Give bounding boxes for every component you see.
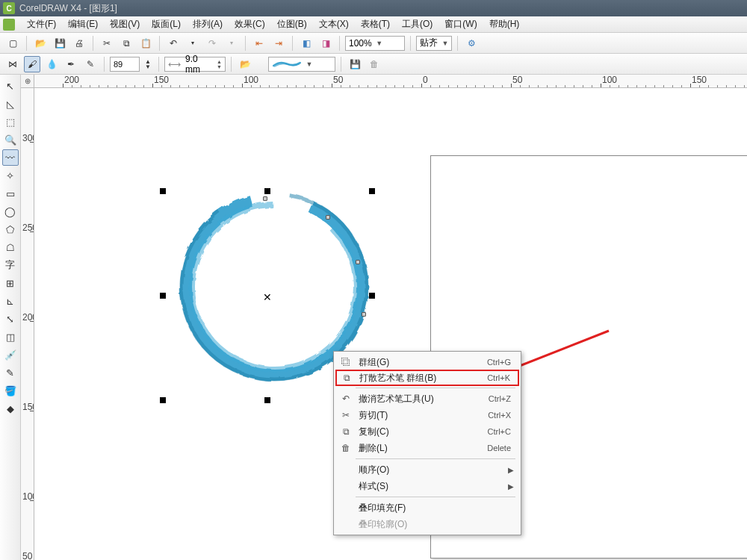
selection-handle[interactable] xyxy=(160,188,166,194)
selection-handle[interactable] xyxy=(369,188,375,194)
title-bar: C CorelDRAW X4 - [图形1] xyxy=(0,0,747,16)
break-icon: ⧉ xyxy=(340,373,353,383)
ctx-style[interactable]: 样式(S) ▶ xyxy=(336,478,518,494)
menu-view[interactable]: 视图(V) xyxy=(104,18,146,31)
spray-icon[interactable]: 💧 xyxy=(43,56,60,72)
shapes-tool-icon[interactable]: ☖ xyxy=(2,239,19,255)
polygon-tool-icon[interactable]: ⬠ xyxy=(2,221,19,237)
selection-handle[interactable] xyxy=(369,293,375,299)
pressure-icon[interactable]: ✎ xyxy=(82,56,99,72)
selection-handle[interactable] xyxy=(264,188,270,194)
menu-effects[interactable]: 效果(C) xyxy=(229,18,271,31)
crop-tool-icon[interactable]: ⬚ xyxy=(2,113,19,130)
pick-tool-icon[interactable]: ↖ xyxy=(2,78,19,94)
outline-tool-icon[interactable]: ✎ xyxy=(2,364,19,381)
connector-tool-icon[interactable]: ⤡ xyxy=(2,311,19,327)
chevron-down-icon: ▼ xyxy=(375,40,384,47)
effects-tool-icon[interactable]: ◫ xyxy=(2,329,19,345)
window-title: CorelDRAW X4 - [图形1] xyxy=(19,2,117,15)
stroke-preview xyxy=(272,57,302,71)
rectangle-tool-icon[interactable]: ▭ xyxy=(2,185,19,202)
new-icon[interactable]: ▢ xyxy=(4,35,21,52)
submenu-arrow-icon: ▶ xyxy=(508,466,514,474)
menu-text[interactable]: 文本(X) xyxy=(313,18,355,31)
browse-icon[interactable]: 📂 xyxy=(237,56,253,72)
undo-icon[interactable]: ↶ xyxy=(165,35,182,52)
ctx-overprint-outline: 叠印轮廓(O) xyxy=(336,516,518,532)
menu-layout[interactable]: 版面(L) xyxy=(146,18,187,31)
interactive-fill-icon[interactable]: ◆ xyxy=(2,400,19,417)
cut-icon: ✂ xyxy=(339,410,353,420)
ctx-delete[interactable]: 🗑 删除(L) Delete xyxy=(336,440,518,456)
shape-tool-icon[interactable]: ◺ xyxy=(2,96,19,112)
ctx-order[interactable]: 顺序(O) ▶ xyxy=(336,461,518,478)
menu-tools[interactable]: 工具(O) xyxy=(396,18,438,31)
save-icon[interactable]: 💾 xyxy=(52,35,68,52)
vertical-ruler[interactable]: 30025020015010050 xyxy=(21,88,34,560)
ctx-group[interactable]: ⿻ 群组(G) Ctrl+G xyxy=(336,354,518,370)
menu-help[interactable]: 帮助(H) xyxy=(483,18,526,31)
node-marker[interactable] xyxy=(326,215,330,220)
menu-file[interactable]: 文件(F) xyxy=(21,18,62,31)
group-icon: ⿻ xyxy=(339,357,353,367)
ellipse-tool-icon[interactable]: ◯ xyxy=(2,203,19,220)
delete-stroke-icon[interactable]: 🗑 xyxy=(366,56,382,72)
redo-icon[interactable]: ↷ xyxy=(204,35,220,52)
options-icon[interactable]: ⚙ xyxy=(463,35,480,52)
copy-icon: ⧉ xyxy=(339,426,353,437)
freehand-tool-icon[interactable]: 〰 xyxy=(2,149,19,166)
horizontal-ruler[interactable]: 20015010050050100150200 xyxy=(34,75,747,88)
dimension-tool-icon[interactable]: ⊾ xyxy=(2,293,19,309)
save-stroke-icon[interactable]: 💾 xyxy=(347,56,363,72)
fill-tool-icon[interactable]: 🪣 xyxy=(2,382,19,399)
paste-icon[interactable]: 📋 xyxy=(137,35,154,52)
menu-window[interactable]: 窗口(W) xyxy=(438,18,483,31)
submenu-arrow-icon: ▶ xyxy=(508,482,514,491)
ctx-copy[interactable]: ⧉ 复制(C) Ctrl+C xyxy=(336,423,518,440)
preset-icon[interactable]: ⋈ xyxy=(4,56,21,72)
print-icon[interactable]: 🖨 xyxy=(71,35,87,52)
cut-icon[interactable]: ✂ xyxy=(99,35,115,52)
ctx-undo[interactable]: ↶ 撤消艺术笔工具(U) Ctrl+Z xyxy=(336,391,518,407)
zoom-tool-icon[interactable]: 🔍 xyxy=(2,131,19,148)
copy-icon[interactable]: ⧉ xyxy=(118,35,134,52)
undo-dd-icon[interactable]: ▾ xyxy=(185,35,201,52)
menu-separator xyxy=(356,458,515,459)
export-icon[interactable]: ⇥ xyxy=(270,35,287,52)
stroke-combo[interactable]: ▼ xyxy=(268,57,335,72)
ctx-overprint-fill[interactable]: 叠印填充(F) xyxy=(336,500,518,516)
smoothing-input[interactable] xyxy=(110,57,140,72)
node-marker[interactable] xyxy=(263,196,267,201)
menu-arrange[interactable]: 排列(A) xyxy=(187,18,229,31)
selection-handle[interactable] xyxy=(160,397,166,403)
menu-table[interactable]: 表格(T) xyxy=(355,18,396,31)
menu-bitmap[interactable]: 位图(B) xyxy=(271,18,313,31)
selection-handle[interactable] xyxy=(264,397,270,403)
node-marker[interactable] xyxy=(362,312,366,317)
snap-combo[interactable]: 贴齐 ▼ xyxy=(416,36,452,51)
ctx-cut[interactable]: ✂ 剪切(T) Ctrl+X xyxy=(336,407,518,423)
text-tool-icon[interactable]: 字 xyxy=(2,257,19,273)
menu-edit[interactable]: 编辑(E) xyxy=(62,18,104,31)
table-tool-icon[interactable]: ⊞ xyxy=(2,275,19,291)
ruler-origin[interactable]: ⊕ xyxy=(21,75,34,88)
delete-icon: 🗑 xyxy=(339,443,353,453)
selection-handle[interactable] xyxy=(160,293,166,299)
ctx-break-apart[interactable]: ⧉ 打散艺术笔 群组(B) Ctrl+K xyxy=(335,370,519,386)
spinner-icon[interactable]: ▲▼ xyxy=(143,56,153,72)
launch-icon[interactable]: ◧ xyxy=(298,35,314,52)
eyedropper-tool-icon[interactable]: 💉 xyxy=(2,346,19,363)
width-combo[interactable]: ⟷ 9.0 mm ▲▼ xyxy=(164,57,226,72)
open-icon[interactable]: 📂 xyxy=(32,35,49,52)
spinner-icon: ▲▼ xyxy=(215,59,223,69)
canvas[interactable]: ✕ ⿻ 群组(G) Ctrl+G ⧉ 打散艺术笔 群组(B) Ctrl+K xyxy=(34,88,747,560)
node-marker[interactable] xyxy=(356,260,360,264)
redo-dd-icon[interactable]: ▾ xyxy=(223,35,240,52)
import-icon[interactable]: ⇤ xyxy=(251,35,267,52)
welcome-icon[interactable]: ◨ xyxy=(317,35,334,52)
calligraphy-icon[interactable]: ✒ xyxy=(63,56,79,72)
brush-icon[interactable]: 🖌 xyxy=(24,56,40,72)
zoom-combo[interactable]: 100% ▼ xyxy=(345,36,405,51)
snap-label: 贴齐 xyxy=(420,37,438,49)
smart-tool-icon[interactable]: ✧ xyxy=(2,167,19,184)
